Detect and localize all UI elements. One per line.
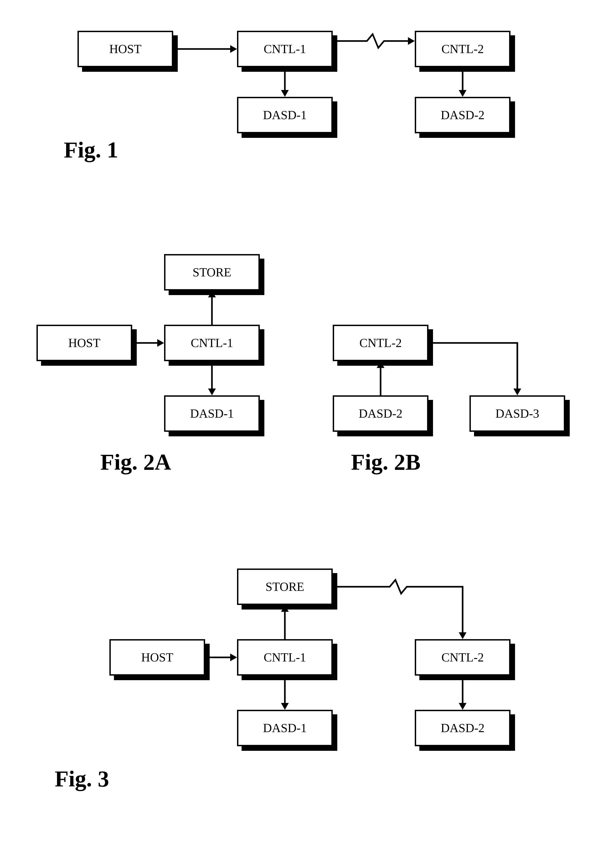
arrow-cntl1-dasd1 <box>279 676 291 710</box>
svg-marker-1 <box>230 45 237 53</box>
label-cntl2: CNTL-2 <box>442 42 484 56</box>
box-store: STORE <box>237 568 333 605</box>
box-cntl1: CNTL-1 <box>164 325 260 361</box>
arrow-host-cntl1 <box>132 337 164 349</box>
label-dasd2: DASD-2 <box>359 407 402 421</box>
label-dasd2: DASD-2 <box>441 108 484 122</box>
label-cntl1: CNTL-1 <box>191 336 233 350</box>
box-cntl2: CNTL-2 <box>333 325 429 361</box>
arrow-store-cntl2-zigzag <box>333 578 470 639</box>
caption-fig2a: Fig. 2A <box>100 449 171 475</box>
caption-fig1: Fig. 1 <box>64 137 118 163</box>
box-cntl2: CNTL-2 <box>415 31 511 67</box>
svg-marker-8 <box>157 339 164 347</box>
label-host: HOST <box>68 336 100 350</box>
label-cntl2: CNTL-2 <box>442 650 484 664</box>
box-cntl2: CNTL-2 <box>415 639 511 676</box>
label-host: HOST <box>109 42 141 56</box>
label-cntl1: CNTL-1 <box>264 42 306 56</box>
box-dasd2: DASD-2 <box>415 97 511 133</box>
arrow-cntl1-dasd1 <box>279 67 291 97</box>
arrow-host-cntl1 <box>173 43 237 55</box>
svg-marker-20 <box>459 632 467 639</box>
svg-marker-19 <box>281 605 289 612</box>
arrow-host-cntl1 <box>205 652 237 663</box>
box-dasd1: DASD-1 <box>237 710 333 746</box>
arrow-cntl2-dasd2 <box>457 67 468 97</box>
page: HOST CNTL-1 CNTL-2 DASD-1 DASD-2 Fig. 1 … <box>9 9 616 862</box>
svg-marker-22 <box>281 703 289 710</box>
label-dasd1: DASD-1 <box>190 407 234 421</box>
arrow-cntl1-store <box>206 290 218 325</box>
box-cntl1: CNTL-1 <box>237 639 333 676</box>
box-host: HOST <box>109 639 205 676</box>
svg-marker-14 <box>377 361 385 368</box>
svg-marker-24 <box>459 703 467 710</box>
arrow-cntl2-dasd3 <box>429 337 524 395</box>
label-store: STORE <box>193 265 231 279</box>
box-host: HOST <box>77 31 173 67</box>
box-dasd1: DASD-1 <box>164 395 260 432</box>
box-dasd2: DASD-2 <box>415 710 511 746</box>
arrow-cntl1-dasd1 <box>206 361 218 395</box>
svg-marker-6 <box>459 90 467 97</box>
box-dasd2: DASD-2 <box>333 395 429 432</box>
caption-fig3: Fig. 3 <box>55 766 109 792</box>
svg-marker-15 <box>514 388 521 395</box>
label-cntl1: CNTL-1 <box>264 650 306 664</box>
arrow-cntl1-store <box>279 605 291 639</box>
svg-marker-12 <box>208 388 216 395</box>
label-dasd3: DASD-3 <box>495 407 539 421</box>
box-host: HOST <box>36 325 132 361</box>
label-cntl2: CNTL-2 <box>359 336 402 350</box>
label-host: HOST <box>141 650 173 664</box>
arrow-cntl1-cntl2-zigzag <box>333 34 415 57</box>
svg-marker-10 <box>208 290 216 297</box>
label-dasd1: DASD-1 <box>263 108 307 122</box>
arrow-cntl2-dasd2 <box>457 676 468 710</box>
arrow-dasd2-cntl2 <box>375 361 386 395</box>
svg-marker-4 <box>281 90 289 97</box>
caption-fig2b: Fig. 2B <box>351 449 421 475</box>
svg-marker-2 <box>408 37 415 45</box>
label-dasd1: DASD-1 <box>263 721 307 735</box>
box-dasd3: DASD-3 <box>470 395 565 432</box>
box-store: STORE <box>164 254 260 290</box>
box-dasd1: DASD-1 <box>237 97 333 133</box>
box-cntl1: CNTL-1 <box>237 31 333 67</box>
svg-marker-17 <box>230 653 237 661</box>
label-dasd2: DASD-2 <box>441 721 484 735</box>
label-store: STORE <box>266 580 304 594</box>
